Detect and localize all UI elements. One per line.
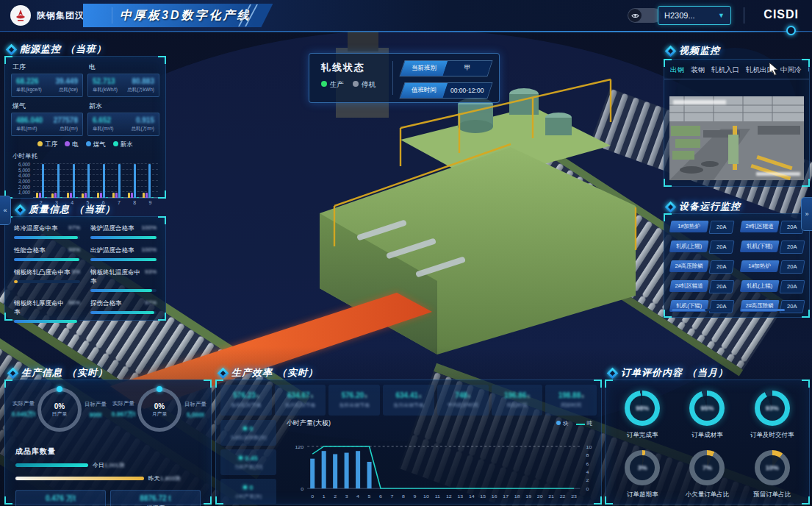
energy-card-name: 煤气	[12, 101, 83, 111]
decor-node	[786, 26, 796, 35]
shift-badge: 值班时间00:00-12:00	[399, 82, 492, 99]
bar	[73, 164, 75, 198]
energy-value: 39.449	[55, 77, 78, 85]
progress-track	[14, 236, 80, 239]
stock-box-value: 8876.72 t	[140, 494, 170, 502]
donut-label: 预留订单占比	[753, 491, 791, 499]
progress-track	[14, 280, 80, 283]
energy-value: 486.040	[16, 116, 43, 124]
stock-box: 0.476 万t成品库	[15, 490, 106, 506]
progress-track	[14, 258, 80, 261]
stat-value: 0	[243, 484, 253, 491]
y-tick-label: 1,000	[18, 190, 30, 195]
camera-still	[669, 96, 804, 180]
bar	[54, 193, 57, 198]
svg-text:18: 18	[514, 493, 520, 499]
stat-value: 634.67s	[287, 391, 313, 399]
quality-label: 出炉温度合格率	[90, 246, 134, 255]
energy-card: 电52.71380.883单耗(kWh/t)总耗(万kWh)	[87, 61, 159, 97]
chevrons-right-icon: »	[805, 210, 808, 218]
scrollbar[interactable]	[741, 309, 801, 311]
stat-label: 当班产量(万t)	[234, 464, 263, 471]
video-tab[interactable]: 装钢	[691, 65, 705, 75]
collapse-left-handle[interactable]: «	[0, 196, 11, 225]
order-donut: 98%订单完成率	[613, 391, 672, 440]
svg-text:10: 10	[586, 444, 592, 449]
visibility-toggle[interactable]	[628, 8, 661, 23]
bar	[148, 164, 151, 198]
order-donut-grid: 98%订单完成率95%订单成材率93%订单及时交付率3%订单超期率7%小欠量订单…	[606, 380, 809, 506]
stat-value: 634.41s	[395, 391, 421, 399]
gauge-ring: 0%月产量	[137, 388, 182, 432]
stock-bar-value: 1,803块	[160, 474, 181, 482]
bar	[51, 193, 54, 198]
energy-value: 0.915	[136, 116, 154, 124]
bar	[39, 193, 41, 198]
orders-panel-title: 订单评价内容（当月）	[608, 366, 728, 380]
donut-hole: 3%	[630, 455, 655, 480]
video-feed[interactable]	[669, 96, 804, 180]
donut-ring: 7%	[689, 450, 725, 485]
scrollbar-thumb[interactable]	[741, 309, 785, 311]
scrollbar-thumb[interactable]	[672, 309, 705, 311]
stat-value: 0	[243, 425, 253, 432]
expand-right-handle[interactable]: »	[801, 197, 812, 231]
video-tab[interactable]: 出钢	[670, 65, 684, 75]
svg-text:9: 9	[413, 493, 416, 499]
efficiency-stat: 748s平均在炉时间	[437, 385, 489, 416]
scrollbar[interactable]	[672, 309, 732, 311]
donut-ring: 95%	[689, 391, 725, 426]
legend-dot-icon	[86, 141, 91, 146]
donut-label: 订单及时交付率	[750, 431, 794, 440]
energy-unit-label: 总耗(万m³)	[132, 126, 154, 132]
stock-bar-label: 昨天	[148, 474, 160, 482]
bar	[143, 193, 145, 198]
bar	[42, 164, 44, 198]
svg-text:20: 20	[537, 493, 543, 499]
x-tick-label: 8	[127, 200, 143, 205]
energy-card-name: 新水	[89, 101, 159, 111]
bar	[145, 193, 148, 198]
donut-label: 订单成材率	[691, 431, 723, 440]
company-logo-icon	[13, 8, 28, 23]
quality-item: 装炉温度合格率100%	[90, 224, 157, 239]
svg-text:19: 19	[525, 493, 531, 499]
equipment-value: 20A	[781, 281, 803, 293]
brand-logo: CISDI	[764, 8, 799, 21]
bar-group	[143, 164, 154, 198]
quality-value: 96%	[68, 299, 80, 317]
legend-item: 煤气	[86, 140, 106, 149]
energy-legend: 工序电煤气新水	[5, 140, 165, 149]
donut-ring: 3%	[625, 450, 660, 485]
equipment-label: 2#轧区辊道	[670, 280, 708, 292]
video-tab[interactable]: 中间冷	[780, 65, 802, 75]
gauge-side-label: 目标产量	[182, 401, 209, 408]
quality-value: 5%	[71, 268, 80, 277]
hourly-chart-legend: 块吨	[556, 420, 592, 427]
bar	[85, 193, 87, 198]
stock-box: 8876.72 t板坯库	[110, 490, 201, 506]
efficiency-stat: 634.67s当日轧制节奏	[275, 385, 326, 416]
gauge-label: 日产量	[52, 410, 68, 418]
stock-title: 成品库数量	[15, 446, 211, 457]
y-tick-label: 3,000	[18, 179, 30, 184]
progress-fill	[90, 289, 152, 292]
quality-label: 钢板终轧凸度命中率	[14, 268, 71, 277]
bar	[76, 197, 78, 198]
output-gauge: 实际产量0.045万t0%日产量目标产量900t	[10, 388, 109, 432]
panel-diamond-icon	[9, 369, 17, 377]
stat-label: 当日轧制节奏	[285, 402, 316, 409]
svg-text:7: 7	[391, 493, 394, 499]
quality-item: 钢板终轧凸度命中率5%	[14, 268, 80, 292]
donut-label: 订单完成率	[627, 431, 658, 440]
svg-text:2: 2	[334, 493, 337, 499]
bar-group	[82, 164, 93, 198]
hourly-output-chart: 小时产量(大板) 块吨 1200024681001234567891011121…	[281, 418, 598, 502]
gauge-label: 月产量	[152, 410, 168, 418]
stock-box-value: 0.476 万t	[46, 493, 76, 504]
equipment-item: 轧机(下辊)20A	[669, 300, 734, 313]
video-tab[interactable]: 轧机入口	[711, 65, 739, 75]
energy-unit-label: 单耗(m³/t)	[16, 126, 37, 132]
plan-select-dropdown[interactable]: H2309... ▼	[658, 6, 731, 25]
bar	[118, 164, 121, 198]
